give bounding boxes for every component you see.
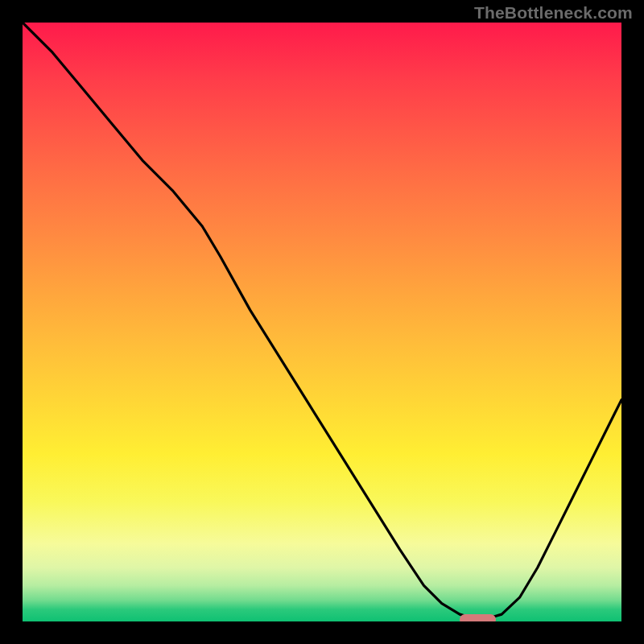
optimal-region-marker xyxy=(460,614,496,621)
watermark-text: TheBottleneck.com xyxy=(474,3,633,23)
plot-area xyxy=(23,23,621,621)
chart-frame: TheBottleneck.com xyxy=(0,0,644,644)
bottleneck-curve xyxy=(23,23,621,621)
